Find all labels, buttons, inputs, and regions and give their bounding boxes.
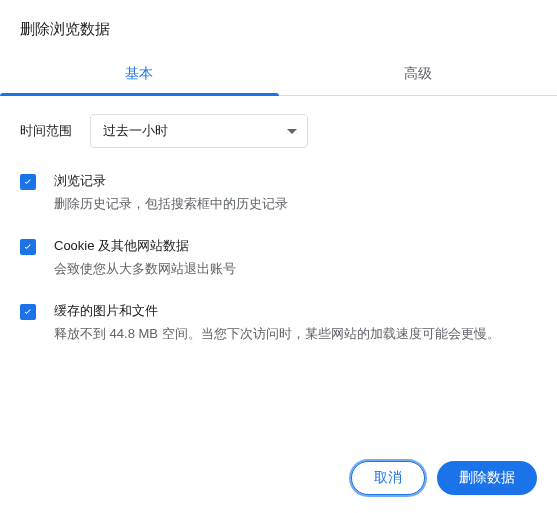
- dialog-content: 时间范围 过去一小时 浏览记录 删除历史记录，包括搜索框中的历史记录 Cooki…: [0, 96, 557, 445]
- confirm-button[interactable]: 删除数据: [437, 461, 537, 495]
- tab-advanced[interactable]: 高级: [279, 55, 558, 95]
- option-cookies: Cookie 及其他网站数据 会致使您从大多数网站退出账号: [20, 237, 537, 280]
- option-body: 缓存的图片和文件 释放不到 44.8 MB 空间。当您下次访问时，某些网站的加载…: [54, 302, 537, 345]
- time-range-label: 时间范围: [20, 122, 72, 140]
- option-desc: 会致使您从大多数网站退出账号: [54, 259, 537, 280]
- checkbox-cached[interactable]: [20, 304, 36, 320]
- option-cached: 缓存的图片和文件 释放不到 44.8 MB 空间。当您下次访问时，某些网站的加载…: [20, 302, 537, 345]
- checkbox-browsing-history[interactable]: [20, 174, 36, 190]
- tabs: 基本 高级: [0, 55, 557, 96]
- option-desc: 释放不到 44.8 MB 空间。当您下次访问时，某些网站的加载速度可能会更慢。: [54, 324, 537, 345]
- chevron-down-icon: [287, 129, 297, 134]
- dialog-title: 删除浏览数据: [0, 0, 557, 55]
- option-title: 缓存的图片和文件: [54, 302, 537, 320]
- tab-basic[interactable]: 基本: [0, 55, 279, 95]
- option-title: 浏览记录: [54, 172, 537, 190]
- option-body: Cookie 及其他网站数据 会致使您从大多数网站退出账号: [54, 237, 537, 280]
- option-browsing-history: 浏览记录 删除历史记录，包括搜索框中的历史记录: [20, 172, 537, 215]
- time-range-value: 过去一小时: [103, 122, 168, 140]
- checkmark-icon: [22, 176, 34, 188]
- time-range-select[interactable]: 过去一小时: [90, 114, 308, 148]
- option-desc: 删除历史记录，包括搜索框中的历史记录: [54, 194, 537, 215]
- dialog-footer: 取消 删除数据: [0, 445, 557, 513]
- checkmark-icon: [22, 306, 34, 318]
- clear-browsing-data-dialog: 删除浏览数据 基本 高级 时间范围 过去一小时 浏览记录 删除历史记录，包括搜索…: [0, 0, 557, 513]
- option-title: Cookie 及其他网站数据: [54, 237, 537, 255]
- cancel-button[interactable]: 取消: [351, 461, 425, 495]
- option-body: 浏览记录 删除历史记录，包括搜索框中的历史记录: [54, 172, 537, 215]
- checkmark-icon: [22, 241, 34, 253]
- checkbox-cookies[interactable]: [20, 239, 36, 255]
- time-range-row: 时间范围 过去一小时: [20, 114, 537, 148]
